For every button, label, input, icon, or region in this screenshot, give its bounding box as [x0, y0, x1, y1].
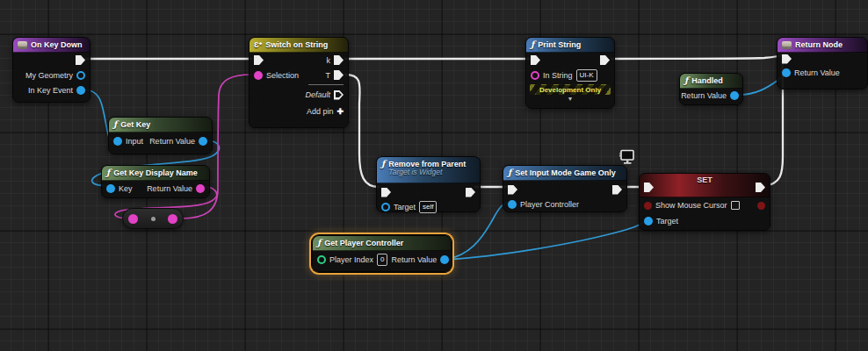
- pin-label: Return Value: [681, 91, 727, 100]
- case-k-exec-out-pin[interactable]: [334, 55, 344, 65]
- player-controller-pin[interactable]: [508, 200, 517, 209]
- exec-in-pin[interactable]: [531, 55, 540, 65]
- pin-label: Return Value: [391, 255, 437, 264]
- pin-label: Return Value: [147, 184, 192, 193]
- node-get-key-display-name[interactable]: ƒ Get Key Display Name Key Return Value: [101, 165, 210, 198]
- pin-label: k: [327, 56, 331, 65]
- pin-label: Target: [394, 203, 416, 211]
- function-icon: ƒ: [531, 40, 534, 49]
- selection-pin[interactable]: [254, 71, 263, 80]
- node-handled[interactable]: ƒ Handled Return Value: [679, 73, 743, 105]
- pin-label: Target: [656, 217, 678, 226]
- development-only-banner: Development Only: [530, 84, 611, 95]
- pin-label: Input: [126, 137, 143, 146]
- node-title: Return Node: [795, 40, 843, 49]
- show-mouse-cursor-checkbox[interactable]: [731, 201, 740, 210]
- function-icon: ƒ: [684, 76, 688, 85]
- node-title: Switch on String: [265, 40, 328, 49]
- exec-in-pin[interactable]: [381, 188, 391, 197]
- pin-label: Return Value: [794, 68, 840, 77]
- return-value-pin[interactable]: [782, 68, 791, 77]
- node-title: Get Player Controller: [324, 239, 403, 247]
- node-title: On Key Down: [31, 40, 83, 49]
- in-key-event-pin[interactable]: [76, 86, 85, 95]
- player-index-pin[interactable]: [317, 255, 326, 264]
- node-set-show-mouse-cursor[interactable]: SET Show Mouse Cursor Target: [639, 173, 770, 231]
- function-icon: ƒ: [508, 168, 511, 177]
- pin-label: In String: [543, 71, 573, 80]
- blueprint-graph-canvas[interactable]: On Key Down My Geometry In Key Event ƒ G…: [0, 0, 868, 351]
- my-geometry-pin[interactable]: [76, 71, 85, 80]
- exec-out-pin[interactable]: [76, 55, 85, 65]
- node-title: Get Key: [120, 120, 150, 129]
- collapse-arrow-icon[interactable]: ▼: [526, 96, 614, 103]
- exec-out-pin[interactable]: [600, 55, 610, 65]
- conversion-out-pin[interactable]: [168, 214, 177, 224]
- node-print-string[interactable]: ƒ Print String In String UI-K Developmen…: [525, 37, 615, 109]
- exec-in-pin[interactable]: [254, 55, 264, 65]
- value-out-pin[interactable]: [757, 202, 765, 210]
- node-remove-from-parent[interactable]: ƒ Remove from Parent Target is Widget Ta…: [376, 156, 481, 212]
- function-icon: ƒ: [106, 168, 110, 177]
- pin-label: My Geometry: [25, 71, 73, 80]
- key-pin[interactable]: [106, 184, 115, 193]
- node-title: Handled: [691, 76, 723, 85]
- return-value-pin[interactable]: [730, 91, 739, 100]
- wire-exec-switcht-remove: [345, 75, 379, 187]
- node-on-key-down[interactable]: On Key Down My Geometry In Key Event: [12, 37, 90, 103]
- case-t-exec-out-pin[interactable]: [334, 70, 344, 80]
- exec-out-pin[interactable]: [466, 188, 475, 197]
- pin-label: Show Mouse Cursor: [655, 201, 727, 210]
- pin-label: Return Value: [149, 137, 195, 146]
- default-exec-out-pin[interactable]: [334, 90, 344, 100]
- event-box-icon: [782, 41, 792, 49]
- add-pin-label: Add pin: [307, 107, 334, 116]
- node-get-key[interactable]: ƒ Get Key Input Return Value: [108, 117, 213, 154]
- node-switch-on-string[interactable]: Ɛ* Switch on String k Selection T Defaul…: [249, 37, 349, 128]
- node-set-input-mode-game-only[interactable]: ƒ Set Input Mode Game Only Player Contro…: [503, 165, 627, 212]
- in-string-pin[interactable]: [531, 71, 539, 80]
- switch-icon: Ɛ*: [254, 40, 262, 49]
- event-box-icon: [18, 41, 27, 49]
- show-mouse-cursor-pin[interactable]: [644, 202, 652, 210]
- pin-label: Player Index: [329, 255, 373, 264]
- node-subtitle: Target is Widget: [388, 168, 466, 176]
- wire-getpc-settarget: [443, 220, 647, 260]
- exec-out-pin[interactable]: [612, 185, 622, 195]
- wire-exec-print-return: [611, 54, 785, 59]
- return-value-pin[interactable]: [196, 184, 205, 193]
- input-pin[interactable]: [113, 137, 122, 146]
- node-title: SET: [640, 174, 770, 187]
- pin-label: Player Controller: [520, 200, 579, 209]
- conversion-node[interactable]: [122, 208, 184, 229]
- return-value-pin[interactable]: [199, 137, 207, 146]
- node-title: Get Key Display Name: [113, 168, 198, 177]
- node-get-player-controller[interactable]: ƒ Get Player Controller Player Index 0 R…: [312, 235, 452, 272]
- divider: [308, 84, 344, 85]
- return-value-pin[interactable]: [440, 255, 449, 264]
- pin-label: In Key Event: [28, 86, 73, 95]
- add-pin-icon[interactable]: ✚: [336, 107, 344, 116]
- node-return-node[interactable]: Return Node Return Value: [777, 37, 868, 90]
- node-title: Print String: [538, 40, 581, 49]
- player-index-field[interactable]: 0: [377, 254, 387, 266]
- pin-label: T: [326, 71, 331, 80]
- node-title: Set Input Mode Game Only: [515, 168, 616, 177]
- conversion-in-pin[interactable]: [128, 214, 138, 224]
- monitor-icon: [618, 149, 635, 167]
- pin-label: Default: [305, 90, 330, 99]
- target-pin[interactable]: [381, 203, 390, 211]
- in-string-field[interactable]: UI-K: [576, 69, 597, 82]
- target-value-field[interactable]: self: [419, 201, 437, 213]
- exec-in-pin[interactable]: [782, 54, 792, 64]
- exec-in-pin[interactable]: [508, 185, 517, 195]
- function-icon: ƒ: [317, 239, 321, 247]
- target-pin[interactable]: [644, 217, 653, 226]
- pin-label: Key: [119, 184, 133, 193]
- function-icon: ƒ: [113, 120, 117, 129]
- function-icon: ƒ: [381, 160, 385, 168]
- conversion-dot-icon: [151, 217, 156, 221]
- pin-label: Selection: [266, 71, 299, 80]
